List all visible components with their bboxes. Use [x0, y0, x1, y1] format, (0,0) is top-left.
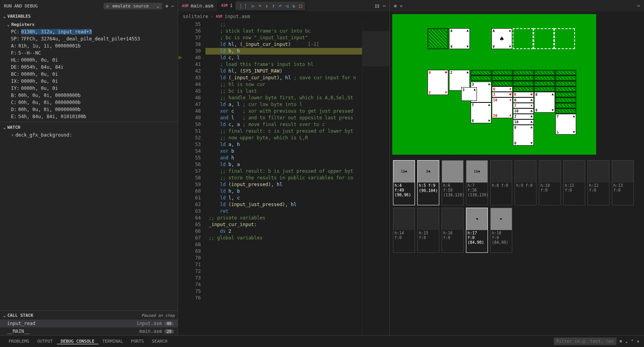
bottom-tab[interactable]: PROBLEMS	[5, 339, 33, 344]
register-row[interactable]: A: 01h, 1u, 1i, 00000001b	[0, 42, 178, 49]
bottom-tab[interactable]: PORTS	[127, 339, 148, 344]
code-line[interactable]: ; bc is now "_input_last_input"	[206, 35, 362, 41]
breadcrumb-file[interactable]: input.asm	[225, 14, 250, 19]
code-line[interactable]: ld b, a	[206, 161, 362, 168]
sprite-cell[interactable]: h:14f:0	[393, 208, 415, 253]
collapse-icon[interactable]: ⌄	[625, 339, 628, 344]
variables-section-header[interactable]: ⌄ VARIABLES	[0, 12, 178, 20]
watch-section-header[interactable]: ⌄ WATCH	[0, 123, 178, 131]
minimap[interactable]	[362, 21, 389, 335]
sprite-cell[interactable]: h:16f:0	[442, 208, 464, 253]
editor-tab[interactable]: ASMmain.asm	[178, 0, 217, 12]
more-icon[interactable]: ⋯	[633, 3, 644, 9]
code-line[interactable]: ld hl, (_input_cur_input) [-1]	[206, 41, 362, 48]
code-line[interactable]: ds 2	[206, 228, 362, 235]
register-row[interactable]: F: S--H--NC	[0, 49, 178, 57]
code-line[interactable]: xor b	[206, 148, 362, 155]
config-selector[interactable]: ▷ emulate source ⌄	[104, 3, 162, 9]
code-line[interactable]: ld l, c	[206, 195, 362, 201]
reverse-icon[interactable]: ◁	[286, 3, 288, 9]
code-line[interactable]: ; load this frame's input into hl	[206, 61, 362, 68]
register-row[interactable]: B: 00h, 0u, 0i, 00000000b	[0, 92, 178, 99]
sprite-cell[interactable]: ☛h:18f:0(84,90)	[490, 208, 512, 253]
continue-icon[interactable]: ▷	[252, 3, 255, 9]
close-panel-icon[interactable]: ✕	[637, 339, 639, 344]
code-line[interactable]: ld c, a ; move final result over to c	[206, 121, 362, 128]
code-line[interactable]: ;; global variables	[206, 235, 362, 241]
code-editor[interactable]: ▷ 35363738394041424344454647484950515253…	[178, 21, 389, 335]
breadcrumb-folder[interactable]: solitaire	[183, 14, 208, 19]
chevron-down-icon[interactable]: ⌄	[156, 4, 159, 9]
minimap-viewport[interactable]	[362, 31, 389, 66]
code-line[interactable]: ;; now upper byte, which is L,R	[206, 135, 362, 141]
editor-tab[interactable]: ASMi	[217, 0, 237, 12]
code-line[interactable]: and h	[206, 155, 362, 161]
code-line[interactable]: ;; hl is now cur	[206, 81, 362, 88]
bottom-tab[interactable]: TERMINAL	[98, 339, 127, 344]
code-line[interactable]: _input_cur_input:	[206, 221, 362, 228]
register-row[interactable]: C: 00h, 0u, 0i, 00000000b	[0, 99, 178, 106]
bottom-tab[interactable]: DEBUG CONSOLE	[57, 339, 98, 344]
code-line[interactable]: ld hl, (SYS_INPUT_RAW)	[206, 68, 362, 75]
step-over-icon[interactable]: ↷	[258, 3, 261, 9]
bottom-tab[interactable]: OUTPUT	[33, 339, 57, 344]
register-row[interactable]: IY: 0000h, 0u, 0i	[0, 85, 178, 92]
sprite-cell[interactable]: h:12f:0	[588, 160, 609, 205]
register-row[interactable]: HL: 0000h, 0u, 0i	[0, 57, 178, 64]
code-line[interactable]: ret	[206, 208, 362, 215]
code-line[interactable]: ld (input_pressed), hl	[206, 181, 362, 188]
sprite-cell[interactable]: h:9 f:0	[515, 160, 537, 205]
sprite-cell[interactable]: h:15f:0	[417, 208, 439, 253]
code-line[interactable]: ld c, l	[206, 55, 362, 61]
sprite-cell[interactable]: h:13f:0	[612, 160, 634, 205]
sprite-cell[interactable]: 10♣h:4f:49(90,96)	[393, 160, 415, 205]
stop-icon[interactable]: □	[299, 3, 302, 9]
step-into-icon[interactable]: ↓	[265, 3, 268, 9]
register-row[interactable]: D: 00h, 0u, 0i, 00000000b	[0, 106, 178, 113]
bottom-tab[interactable]: SEARCH	[148, 339, 171, 344]
close-icon[interactable]: ✕	[400, 3, 402, 9]
register-row[interactable]: PC: 0138h, 312u, input_read+3	[0, 28, 178, 35]
callstack-frame[interactable]: __MAIN__main.asm20	[0, 327, 178, 335]
restart-icon[interactable]: ↻	[292, 3, 295, 9]
register-row[interactable]: SP: 7FFCh, 32764u, _deal_pile_dealt_pile…	[0, 35, 178, 42]
sprite-cell[interactable]: 10♣h:7f:36(138,136)	[466, 160, 488, 205]
watch-item[interactable]: › deck_gfx_background:	[0, 131, 178, 139]
expand-icon[interactable]: ⌃	[631, 339, 634, 344]
play-icon[interactable]: ▷	[107, 4, 109, 9]
code-line[interactable]: ;; handle lower byte first, which is A,B…	[206, 95, 362, 101]
callstack-frame[interactable]: input_readinput.asm40	[0, 320, 178, 327]
register-row[interactable]: IX: 0000h, 0u, 0i	[0, 78, 178, 85]
register-row[interactable]: DE: 0054h, 84u, 84i	[0, 64, 178, 71]
callstack-header[interactable]: ⌄ CALL STACK Paused on step	[0, 311, 178, 320]
code-line[interactable]: ;; final result: b is just pressed of up…	[206, 168, 362, 175]
sprite-cell[interactable]: h:10f:0	[539, 160, 561, 205]
code-line[interactable]: ;; private variables	[206, 215, 362, 221]
register-row[interactable]: BC: 0000h, 0u, 0i	[0, 71, 178, 78]
more-icon[interactable]: ⋯	[171, 4, 174, 9]
sprite-cell[interactable]: 9♣h:5 f:9(90,104)	[417, 160, 439, 205]
step-back-icon[interactable]: ↶	[279, 3, 282, 9]
code-line[interactable]: ld (_input_cur_input), hl ; save cur inp…	[206, 75, 362, 81]
code-line[interactable]: ld (input_just_pressed), hl	[206, 201, 362, 208]
gear-icon[interactable]: ⚙	[166, 4, 168, 9]
sprite-cell[interactable]: h:11f:0	[563, 160, 585, 205]
code-line[interactable]: ld h, b	[206, 188, 362, 195]
breadcrumb[interactable]: solitaire › ASM input.asm	[178, 12, 389, 21]
filter-icon[interactable]: ≡	[620, 339, 622, 344]
registers-header[interactable]: ⌄ Registers	[0, 20, 178, 28]
sprite-cell[interactable]: h:6f:50(138,128)	[442, 160, 464, 205]
code-line[interactable]: xor c ; xor with previous to get just pr…	[206, 108, 362, 115]
sprite-cell[interactable]: ☚h:17f:0(84,90)	[466, 208, 488, 253]
code-line[interactable]: ;; bc is last	[206, 88, 362, 95]
code-line[interactable]: ;;	[206, 21, 362, 28]
step-out-icon[interactable]: ↑	[272, 3, 275, 9]
code-line[interactable]: ; stick last frame's cur into bc	[206, 28, 362, 35]
filter-input[interactable]	[554, 338, 617, 345]
code-line[interactable]: ld a, l ; cur low byte into l	[206, 101, 362, 108]
register-row[interactable]: E: 54h, 84u, 84i, 01010100b	[0, 113, 178, 120]
more-icon[interactable]: ⋯	[380, 3, 389, 9]
code-line[interactable]: ;; final result: c is just pressed of lo…	[206, 128, 362, 135]
code-line[interactable]: and l ; and to filter out opposite last …	[206, 115, 362, 121]
code-line[interactable]: ld b, h	[206, 48, 362, 55]
